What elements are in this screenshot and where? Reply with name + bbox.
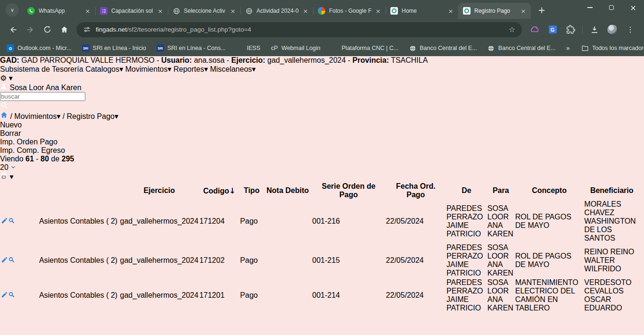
outlook-icon: o (7, 44, 14, 52)
header-link: Codigo (203, 187, 229, 195)
all-bookmarks-button[interactable]: Todos los marcadores (581, 44, 644, 52)
table-row: Asientos Contables ( 2) gad_vallehermos_… (1, 243, 643, 277)
downloads-icon[interactable] (587, 23, 602, 37)
address-bar[interactable]: fingads.net/sf2/tesoreria/registro_pago_… (76, 22, 522, 37)
tab-close-icon[interactable]: × (229, 7, 237, 15)
home-button[interactable] (57, 23, 71, 37)
sri-icon: SRI (157, 44, 164, 52)
maximize-button[interactable] (601, 0, 622, 15)
header-serie[interactable]: Serie Orden de Pago (312, 182, 385, 199)
edit-icon[interactable] (1, 292, 8, 300)
view-icon[interactable] (8, 292, 15, 300)
cell-fecha: 22/05/2024 (386, 278, 446, 312)
bookmark-sri-consultas[interactable]: SRISRI en Línea - Cons... (157, 44, 226, 52)
tab-close-icon[interactable]: × (520, 7, 527, 15)
cell-fecha: 22/05/2024 (386, 200, 446, 243)
tab-close-icon[interactable]: × (84, 7, 91, 15)
breadcrumb-registro-pago[interactable]: Registro Pago▾ (67, 112, 118, 120)
app-navbar: Subsistema de Tesorería Catalogos▾ Movim… (0, 65, 644, 111)
tab-bar: ∨ WhatsApp × Capacitación sol × Seleccio… (0, 0, 644, 19)
tab-whatsapp[interactable]: WhatsApp × (23, 3, 95, 19)
tab-capacitacion[interactable]: Capacitación sol × (95, 3, 168, 19)
url-text: fingads.net/sf2/tesoreria/registro_pago_… (96, 26, 251, 33)
tab-seleccione[interactable]: Seleccione Activ × (168, 3, 240, 19)
breadcrumb: / Movimientos▾ / Registro Pago▾ (0, 111, 644, 121)
extensions-puzzle-icon[interactable] (563, 23, 578, 37)
tab-close-icon[interactable]: × (447, 7, 454, 15)
new-tab-button[interactable]: + (536, 5, 548, 15)
asientos-contables-link[interactable]: Asientos Contables ( 2) (39, 291, 117, 299)
browser-menu-icon[interactable]: ⋮ (623, 23, 637, 37)
bookmark-banco-central-2[interactable]: Banco Central del E... (487, 44, 556, 52)
theme-extension-icon[interactable] (528, 23, 542, 37)
header-tipo[interactable]: Tipo (240, 182, 263, 199)
search-group (0, 92, 644, 111)
print-button[interactable]: ▾ (0, 172, 644, 181)
cell-para: SOSA LOOR ANA KAREN (487, 278, 514, 312)
breadcrumb-home-icon[interactable] (0, 112, 8, 120)
menu-movimientos[interactable]: Movimientos▾ (125, 65, 172, 73)
bookmark-sri-inicio[interactable]: SRISRI en Línea - Inicio (82, 44, 146, 52)
header-codigo[interactable]: Codigo↓ (199, 182, 239, 199)
bookmark-outlook[interactable]: oOutlook.com - Micr... (7, 44, 72, 52)
bookmark-iess[interactable]: IESS (236, 44, 261, 52)
new-button[interactable]: Nuevo (0, 121, 644, 129)
reload-button[interactable] (40, 23, 54, 37)
bookmark-cnc[interactable]: Plataforma CNC | C... (331, 44, 399, 52)
sri-icon: SRI (82, 44, 90, 52)
header-fecha[interactable]: Fecha Ord. Pago (386, 182, 446, 199)
bookmarks-overflow-chevron[interactable]: » (566, 44, 570, 52)
translate-icon[interactable]: G (545, 23, 560, 37)
menu-reportes[interactable]: Reportes▾ (173, 65, 208, 73)
back-button[interactable] (6, 23, 20, 37)
whatsapp-icon (27, 7, 35, 15)
breadcrumb-separator: / (63, 112, 65, 120)
bookmark-webmail[interactable]: cPWebmail Login (271, 44, 320, 52)
tab-actividad[interactable]: Actividad 2024-0 × (240, 3, 313, 19)
header-nota-debito[interactable]: Nota Debito (264, 182, 311, 199)
header-link: Serie Orden de Pago (322, 182, 376, 199)
menu-catalogos[interactable]: Catalogos▾ (85, 65, 123, 73)
bookmark-banco-central-1[interactable]: Banco Central del E... (409, 44, 477, 52)
print-payment-order-button[interactable]: Imp. Orden Pago (0, 138, 644, 146)
tab-home[interactable]: Home × (386, 3, 458, 19)
page-size-select[interactable]: 20 (0, 163, 644, 172)
site-info-icon[interactable] (83, 25, 91, 34)
user-name: Sosa Loor Ana Karen (9, 84, 81, 92)
tab-search-button[interactable]: ∨ (6, 3, 19, 17)
close-button[interactable]: × (622, 0, 644, 15)
header-ejercicio[interactable]: Ejercicio (120, 182, 198, 199)
view-icon[interactable] (8, 218, 15, 226)
google-photos-icon (318, 7, 325, 15)
tab-fotos[interactable]: Fotos - Google F × (313, 3, 386, 19)
cell-tipo: Pago (240, 200, 263, 243)
edit-icon[interactable] (1, 257, 8, 265)
print-expense-receipt-button[interactable]: Imp. Comp. Egreso (0, 146, 644, 155)
tab-close-icon[interactable]: × (374, 7, 382, 15)
header-concepto[interactable]: Concepto (515, 182, 584, 199)
search-button[interactable] (0, 101, 644, 111)
search-input[interactable] (0, 92, 85, 101)
bookmark-label: SRI en Línea - Cons... (167, 45, 226, 51)
view-icon[interactable] (8, 257, 15, 265)
tab-registro-pago-active[interactable]: Registro Pago × (458, 3, 531, 19)
asientos-contables-link[interactable]: Asientos Contables ( 2) (39, 217, 117, 225)
header-de[interactable]: De (446, 182, 487, 199)
separator: - (348, 56, 350, 64)
edit-icon[interactable] (1, 218, 8, 226)
delete-button[interactable]: Borrar (0, 129, 644, 138)
user-button[interactable]: Sosa Loor Ana Karen (0, 83, 644, 92)
tab-close-icon[interactable]: × (302, 7, 309, 15)
tab-close-icon[interactable]: × (157, 7, 164, 15)
menu-miscelaneos[interactable]: Miscelaneos▾ (210, 65, 256, 73)
header-beneficiario[interactable]: Beneficiario (584, 182, 639, 199)
minimize-button[interactable] (579, 0, 601, 15)
profile-avatar[interactable] (605, 23, 619, 37)
url-path: /sf2/tesoreria/registro_pago_list.php?go… (127, 26, 251, 33)
bookmark-star-icon[interactable]: ☆ (509, 25, 515, 34)
breadcrumb-movimientos[interactable]: Movimientos▾ (14, 112, 60, 120)
forward-button[interactable] (23, 23, 37, 37)
settings-button[interactable]: ⚙ ▾ (0, 74, 644, 83)
header-para[interactable]: Para (487, 182, 514, 199)
asientos-contables-link[interactable]: Asientos Contables ( 2) (39, 256, 117, 264)
